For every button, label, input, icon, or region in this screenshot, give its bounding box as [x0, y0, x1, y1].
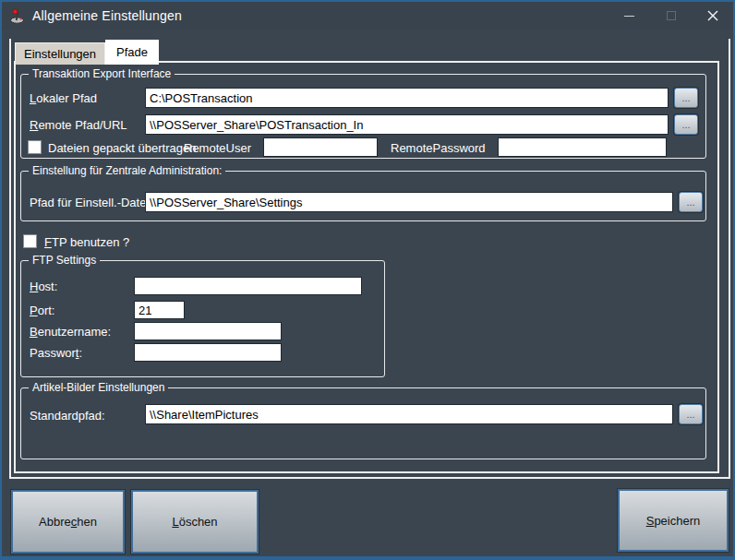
remote-password-label: RemotePassword	[391, 141, 486, 155]
tab-einstellungen[interactable]: Einstellungen	[15, 42, 105, 65]
browse-remote-pfad-button[interactable]: ...	[674, 114, 698, 135]
host-label: Host:	[30, 280, 57, 293]
remote-user-input[interactable]	[263, 137, 378, 157]
minimize-button[interactable]	[608, 2, 650, 30]
passwort-input[interactable]	[134, 343, 282, 362]
caption-buttons	[608, 2, 733, 30]
dateien-gepackt-label: Dateien gepackt übertragen	[48, 141, 196, 155]
maximize-button[interactable]	[650, 2, 692, 30]
browse-standardpfad-button[interactable]: ...	[679, 404, 703, 424]
ftp-benutzen-label: FTP benutzen ?	[44, 235, 129, 249]
group-title: Artikel-Bilder Einstellungen	[29, 381, 168, 394]
remote-pfad-label: Remote Pfad/URL	[30, 118, 127, 132]
speichern-button[interactable]: Speichern	[618, 489, 729, 552]
close-button[interactable]	[692, 2, 733, 30]
benutzername-input[interactable]	[134, 322, 282, 340]
ftp-benutzen-checkbox[interactable]	[23, 234, 37, 248]
port-input[interactable]	[134, 301, 185, 319]
standardpfad-input[interactable]	[145, 404, 673, 424]
window-title: Allgemeine Einstellungen	[32, 8, 182, 23]
loeschen-button[interactable]: Löschen	[131, 490, 259, 554]
port-label: Port:	[30, 304, 54, 317]
browse-einstell-datei-button[interactable]: ...	[679, 192, 703, 212]
speichern-button-label: Speichern	[646, 514, 701, 528]
lokaler-pfad-label: Lokaler Pfad	[30, 91, 97, 105]
host-input[interactable]	[134, 277, 362, 295]
pfad-einstell-datei-input[interactable]	[145, 192, 673, 212]
remote-user-label: RemoteUser	[184, 141, 251, 155]
title-bar: Allgemeine Einstellungen	[2, 2, 733, 30]
passwort-label: Passwort:	[30, 346, 82, 360]
joystick-icon	[9, 8, 25, 24]
maximize-icon	[667, 11, 676, 20]
remote-password-input[interactable]	[498, 137, 667, 157]
group-title: Einstellung für Zentrale Administration:	[29, 164, 225, 177]
minimize-icon	[624, 16, 634, 17]
abbrechen-button-label: Abbrechen	[39, 515, 97, 529]
close-icon	[707, 10, 718, 21]
benutzername-label: Benutzername:	[30, 325, 111, 339]
group-title: Transaktion Export Interface	[29, 67, 175, 80]
tab-strip: Einstellungen Pfade	[15, 40, 159, 65]
tab-pfade[interactable]: Pfade	[105, 40, 159, 65]
lokaler-pfad-input[interactable]	[145, 88, 669, 108]
pfad-einstell-datei-label: Pfad für Einstell.-Datei	[30, 196, 149, 209]
abbrechen-button[interactable]: Abbrechen	[11, 490, 125, 554]
browse-lokaler-pfad-button[interactable]: ...	[674, 88, 698, 108]
dialog-allgemeine-einstellungen: Allgemeine Einstellungen Einstellungen P	[0, 0, 735, 560]
remote-pfad-input[interactable]	[145, 114, 669, 135]
loeschen-button-label: Löschen	[172, 515, 217, 529]
dateien-gepackt-checkbox[interactable]	[28, 140, 42, 154]
group-title: FTP Settings	[29, 254, 100, 267]
standardpfad-label: Standardpfad:	[30, 409, 105, 423]
